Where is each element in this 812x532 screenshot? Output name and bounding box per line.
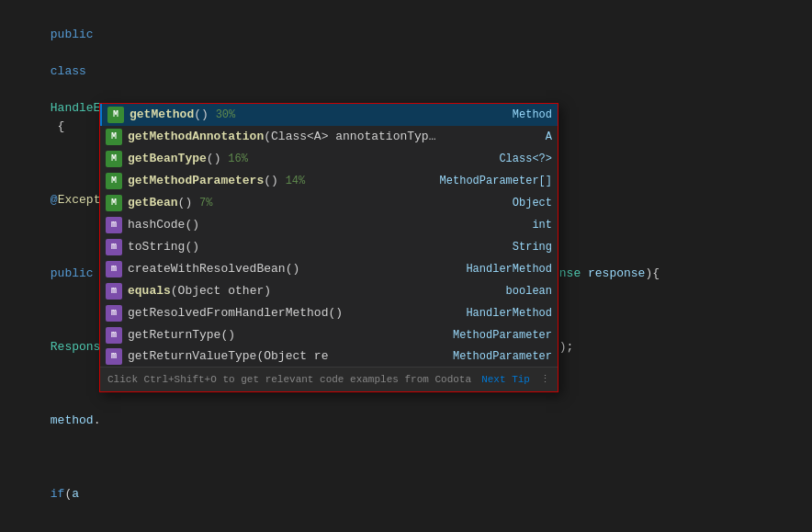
codota-tip-text: Click Ctrl+Shift+O to get relevant code … <box>107 370 471 389</box>
method-icon-tostring: m <box>106 239 122 255</box>
autocomplete-label-getreturntype: getReturnType() <box>128 326 442 345</box>
autocomplete-label-createwithresolvedbean: createWithResolvedBean() <box>128 260 442 278</box>
method-icon-createwithresolvedbean: m <box>106 261 122 277</box>
autocomplete-type-createwithresolvedbean: HandlerMethod <box>442 260 552 278</box>
autocomplete-type-hashcode: int <box>442 216 552 234</box>
method-icon-getresolvedfromhandlermethod: m <box>106 305 122 322</box>
autocomplete-label-hashcode: hashCode() <box>128 216 442 234</box>
autocomplete-item-getbean[interactable]: M getBean() 7% Object <box>100 192 558 214</box>
method-icon-getbeantype: M <box>106 151 122 167</box>
autocomplete-label-getmethodannotation: getMethodAnnotation(Class<A> annotationT… <box>128 128 442 146</box>
method-icon-getreturntype: m <box>106 327 122 344</box>
autocomplete-item-hashcode[interactable]: m hashCode() int <box>100 214 558 236</box>
autocomplete-item-getmethodannotation[interactable]: M getMethodAnnotation(Class<A> annotatio… <box>100 126 558 148</box>
autocomplete-label-getmethodparameters: getMethodParameters() 14% <box>128 172 440 190</box>
code-editor[interactable]: public class HandleException { @Exceptio… <box>0 0 812 532</box>
autocomplete-footer: Click Ctrl+Shift+O to get relevant code … <box>100 367 558 391</box>
autocomplete-label-getreturnvaluetype: getReturnValueType(Object re <box>128 347 442 366</box>
method-icon-getreturnvaluetype: m <box>106 348 122 365</box>
autocomplete-label-getresolvedfromhandlermethod: getResolvedFromHandlerMethod() <box>128 304 442 323</box>
autocomplete-type-getmethodannotation: A <box>442 128 552 146</box>
autocomplete-label-getbean: getBean() 7% <box>128 194 442 212</box>
next-tip-link[interactable]: Next Tip <box>481 370 530 389</box>
autocomplete-item-getresolvedfromhandlermethod[interactable]: m getResolvedFromHandlerMethod() Handler… <box>100 302 558 324</box>
autocomplete-item-equals[interactable]: m equals(Object other) boolean <box>100 280 558 302</box>
autocomplete-type-getresolvedfromhandlermethod: HandlerMethod <box>442 304 552 323</box>
method-icon-hashcode: m <box>106 217 122 233</box>
autocomplete-item-getreturnvaluetype[interactable]: m getReturnValueType(Object re MethodPar… <box>100 346 558 367</box>
method-icon-equals: m <box>106 283 122 300</box>
autocomplete-label-getbeantype: getBeanType() 16% <box>128 150 442 168</box>
more-options-icon[interactable]: ⋮ <box>540 370 550 389</box>
autocomplete-type-getreturnvaluetype: MethodParameter <box>442 347 552 366</box>
code-line-6: if(a <box>0 448 812 522</box>
autocomplete-type-getreturntype: MethodParameter <box>442 326 552 345</box>
autocomplete-label-tostring: toString() <box>128 238 442 256</box>
method-icon-getbean: M <box>106 195 122 211</box>
autocomplete-label-getmethod: getMethod() 30% <box>130 106 442 124</box>
autocomplete-item-getmethodparameters[interactable]: M getMethodParameters() 14% MethodParame… <box>100 170 558 192</box>
method-icon-getmethodparameters: M <box>106 173 122 189</box>
autocomplete-type-equals: boolean <box>442 282 552 300</box>
method-icon-getmethod: M <box>107 107 124 123</box>
autocomplete-type-getbeantype: Class<?> <box>442 150 552 168</box>
autocomplete-item-getreturntype[interactable]: m getReturnType() MethodParameter <box>100 324 558 346</box>
autocomplete-type-getmethod: Method <box>442 106 552 124</box>
autocomplete-type-tostring: String <box>442 238 552 256</box>
autocomplete-item-getmethod[interactable]: M getMethod() 30% Method <box>100 104 558 126</box>
autocomplete-dropdown[interactable]: M getMethod() 30% Method M getMethodAnno… <box>99 103 558 392</box>
autocomplete-item-getbeantype[interactable]: M getBeanType() 16% Class<?> <box>100 148 558 170</box>
method-icon-getmethodannotation: M <box>106 129 122 145</box>
autocomplete-type-getbean: Object <box>442 194 552 212</box>
autocomplete-label-equals: equals(Object other) <box>128 282 442 300</box>
autocomplete-item-createwithresolvedbean[interactable]: m createWithResolvedBean() HandlerMethod <box>100 258 558 280</box>
autocomplete-item-tostring[interactable]: m toString() String <box>100 236 558 258</box>
autocomplete-type-getmethodparameters: MethodParameter[] <box>440 172 552 190</box>
